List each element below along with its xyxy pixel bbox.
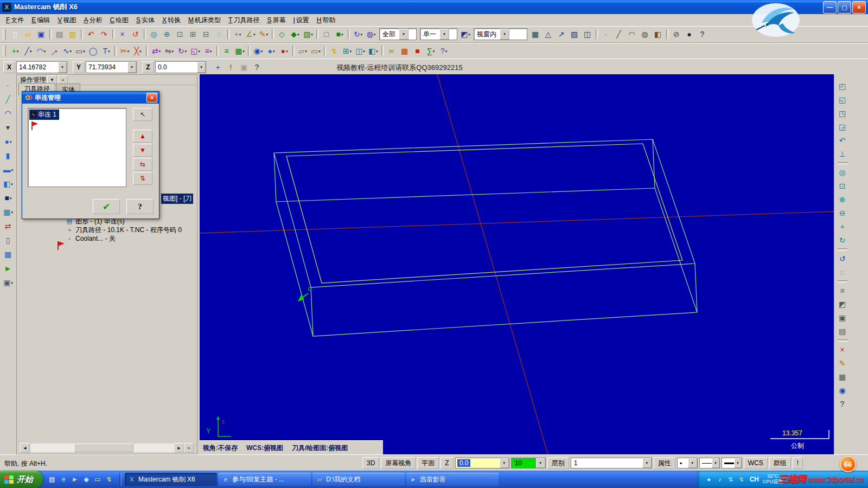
create-point-button[interactable]: +▾ <box>9 44 22 57</box>
tray-thunder-icon[interactable]: ↯ <box>737 475 746 484</box>
tray-volume-icon[interactable]: ♪ <box>716 475 724 484</box>
menu-view[interactable]: V视图 <box>54 15 80 26</box>
y-coordinate-field[interactable]: 71.73934▾ <box>86 61 137 73</box>
quick-mask-points-button[interactable]: ∙ <box>599 28 612 41</box>
start-button[interactable]: 开始 <box>0 471 43 488</box>
open-file-button[interactable]: ▱ <box>22 28 35 41</box>
unzoom-80-button[interactable]: ◌ <box>213 28 226 41</box>
quick-mask-surfaces-button[interactable]: ◍ <box>639 28 652 41</box>
world-side-button[interactable]: ◉ <box>836 384 849 397</box>
gview-cube-wireframe-button[interactable]: ◇ <box>276 28 289 41</box>
gview-dynamic-button[interactable]: ◉▾ <box>252 44 265 57</box>
screen-note-button[interactable]: ▥ <box>66 28 79 41</box>
xform-offset-button[interactable]: ≡▾ <box>202 44 215 57</box>
menu-settings[interactable]: I设置 <box>289 15 312 26</box>
repaint-side-button[interactable]: ↺ <box>836 252 849 265</box>
quick-mask-lines-button[interactable]: ╱ <box>612 28 626 41</box>
z-depth-field[interactable]: 0.0 ▾ <box>455 458 509 468</box>
xform-mirror-button[interactable]: ⇋▾ <box>163 44 176 57</box>
autocursor-button[interactable]: ∙ <box>2 79 15 92</box>
chain-listbox[interactable]: ∿ 串连 1 <box>28 108 126 187</box>
scroll-right-button[interactable]: ► <box>174 443 184 453</box>
create-text-button[interactable]: T▾ <box>100 44 113 57</box>
print-button[interactable]: ▤ <box>53 28 66 41</box>
xform-translate-button[interactable]: ⇄▾ <box>150 44 163 57</box>
gview-cube-stock-button[interactable]: ▧▾ <box>302 28 315 41</box>
groups-button[interactable]: 群组 <box>769 457 791 469</box>
create-rectangle-button[interactable]: ▭▾ <box>74 44 87 57</box>
sketch-arc-button[interactable]: ◠ <box>2 107 15 120</box>
wcs-ribbon-button[interactable]: WCS <box>744 457 768 469</box>
whats-this-button[interactable]: ?▾ <box>437 44 450 57</box>
chevron-down-icon[interactable]: ▾ <box>688 458 697 468</box>
zoom-fit-button[interactable]: ⊡ <box>174 28 187 41</box>
menu-file[interactable]: F文件 <box>2 15 28 26</box>
mesh-grid-button[interactable]: ▦▾ <box>2 206 15 219</box>
panel-close-button[interactable]: × <box>58 75 68 84</box>
quick-mask-arcs-button[interactable]: ◠ <box>626 28 639 41</box>
levels-manager-button[interactable]: ≡ <box>220 44 233 57</box>
menu-toolpaths[interactable]: T刀具路径 <box>225 15 263 26</box>
chain-move-up-button[interactable]: ▲ <box>133 130 152 143</box>
pan-side-button[interactable]: + <box>836 220 849 233</box>
create-arc-button[interactable]: ◠▾ <box>35 44 48 57</box>
expand-tools-button[interactable]: ▾ <box>2 121 15 134</box>
panel-expand-button[interactable]: » <box>184 443 194 453</box>
task-browser-topic[interactable]: e 参与/回复主题 - ... <box>219 473 311 486</box>
x-coordinate-field[interactable]: 14.16782▾ <box>16 61 67 73</box>
surface-sphere-button[interactable]: ●▾ <box>2 135 15 148</box>
selection-mask-single-combo[interactable]: 单一 ▾ <box>420 28 457 40</box>
cplane-button[interactable]: ◫▾ <box>354 44 367 57</box>
chevron-down-icon[interactable]: ▾ <box>439 29 449 40</box>
gview-front-button[interactable]: ◱ <box>836 93 849 106</box>
chevron-down-icon[interactable]: ▾ <box>500 458 509 468</box>
selected-tree-item-partial[interactable]: 视图] - [刀 <box>161 194 193 204</box>
select-validate-button[interactable]: ◫ <box>581 28 594 41</box>
menu-help[interactable]: H帮助 <box>313 15 340 26</box>
plane-front-button[interactable]: ▭▾ <box>309 44 322 57</box>
plane-top-button[interactable]: ▱▾ <box>296 44 309 57</box>
toolbar-grip[interactable] <box>3 29 6 40</box>
chevron-down-icon[interactable]: ▾ <box>500 29 509 40</box>
notes-sigma-button[interactable]: ∑▾ <box>424 44 437 57</box>
zoom-window-button[interactable]: ◎ <box>148 28 161 41</box>
line-style-combo[interactable]: ▾ <box>699 458 720 468</box>
selection-mask-all-combo[interactable]: 全部 ▾ <box>379 28 417 40</box>
select-vector-button[interactable]: ↗ <box>555 28 568 41</box>
plane-button[interactable]: 平面 <box>417 457 439 469</box>
pattern-button[interactable]: ▩ <box>2 248 15 261</box>
zoom-window-side-button[interactable]: ◎ <box>836 166 849 179</box>
zoom-in-side-button[interactable]: ⊕ <box>836 193 849 206</box>
machine-sim-button[interactable]: ▣▾ <box>2 276 15 289</box>
chain-move-down-button[interactable]: ▼ <box>133 144 152 157</box>
dialog-close-button[interactable]: × <box>146 93 157 102</box>
create-ellipse-button[interactable]: ◯ <box>87 44 100 57</box>
mcx-properties-button[interactable]: ■ <box>411 44 424 57</box>
grid-side-button[interactable]: ▦ <box>836 370 849 383</box>
analyze-dynamic-button[interactable]: ↯ <box>328 44 341 57</box>
blank-side-button[interactable]: ◌ <box>836 266 849 279</box>
attributes-side-button[interactable]: ◩ <box>836 298 849 311</box>
scroll-left-button[interactable]: ◄ <box>20 443 30 453</box>
sketch-line-button[interactable]: ╱ <box>2 93 15 106</box>
x-coordinate-button[interactable]: X <box>3 61 15 73</box>
chevron-down-icon[interactable]: ▾ <box>536 458 545 468</box>
undelete-button[interactable]: ↺ <box>129 28 142 41</box>
fly-through-button[interactable]: ► <box>2 262 15 275</box>
scroll-track[interactable] <box>30 444 174 452</box>
tray-network-icon[interactable]: ⇅ <box>726 475 735 484</box>
xform-scale-button[interactable]: ◱▾ <box>189 44 202 57</box>
undo-button[interactable]: ↶ <box>85 28 98 41</box>
chain-list-item[interactable]: ∿ 串连 1 <box>29 110 59 120</box>
delete-side-button[interactable]: × <box>836 343 849 356</box>
menu-analyze[interactable]: A分析 <box>80 15 106 26</box>
chevron-down-icon[interactable]: ▾ <box>399 29 409 40</box>
gview-top-button[interactable]: ◰ <box>836 80 849 93</box>
quicklaunch-mail[interactable]: ▭ <box>93 474 103 484</box>
toolbar-help-button[interactable]: ? <box>696 28 709 41</box>
xform-rotate-button[interactable]: ↻▾ <box>176 44 189 57</box>
zoom-fit-side-button[interactable]: ⊡ <box>836 179 849 192</box>
task-mastercam[interactable]: X Mastercam 铣削 X6 <box>125 473 217 486</box>
attributes-button[interactable]: 属性 <box>654 457 675 469</box>
zoom-in-button[interactable]: ⊞ <box>187 28 200 41</box>
